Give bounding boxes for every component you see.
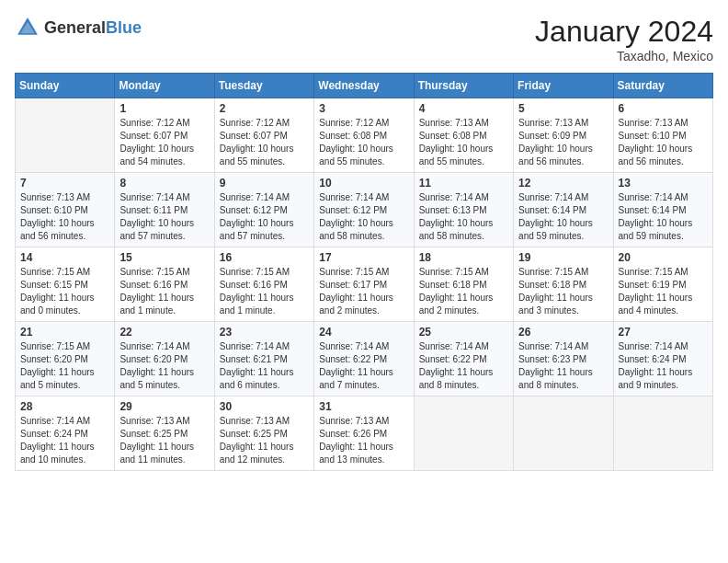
day-number: 4 xyxy=(419,102,508,115)
logo-icon xyxy=(15,15,40,40)
day-info: Sunrise: 7:14 AM Sunset: 6:12 PM Dayligh… xyxy=(220,191,309,243)
calendar-cell: 9Sunrise: 7:14 AM Sunset: 6:12 PM Daylig… xyxy=(214,173,313,247)
calendar-cell: 15Sunrise: 7:15 AM Sunset: 6:16 PM Dayli… xyxy=(115,247,214,322)
day-number: 8 xyxy=(119,177,209,190)
day-number: 15 xyxy=(119,251,209,264)
day-info: Sunrise: 7:14 AM Sunset: 6:22 PM Dayligh… xyxy=(419,340,508,392)
day-info: Sunrise: 7:15 AM Sunset: 6:18 PM Dayligh… xyxy=(419,266,508,317)
calendar-cell: 8Sunrise: 7:14 AM Sunset: 6:11 PM Daylig… xyxy=(115,173,214,247)
calendar-cell: 5Sunrise: 7:13 AM Sunset: 6:09 PM Daylig… xyxy=(514,98,613,173)
day-number: 1 xyxy=(119,102,209,115)
day-info: Sunrise: 7:14 AM Sunset: 6:21 PM Dayligh… xyxy=(220,340,309,392)
calendar-cell: 22Sunrise: 7:14 AM Sunset: 6:20 PM Dayli… xyxy=(115,322,214,396)
day-info: Sunrise: 7:12 AM Sunset: 6:08 PM Dayligh… xyxy=(319,117,408,168)
calendar-table: SundayMondayTuesdayWednesdayThursdayFrid… xyxy=(15,73,713,471)
weekday-header-thursday: Thursday xyxy=(414,74,513,98)
day-number: 31 xyxy=(319,400,408,413)
calendar-cell xyxy=(613,396,712,471)
day-number: 3 xyxy=(319,102,408,115)
calendar-cell: 7Sunrise: 7:13 AM Sunset: 6:10 PM Daylig… xyxy=(16,173,115,247)
day-info: Sunrise: 7:15 AM Sunset: 6:19 PM Dayligh… xyxy=(619,266,708,317)
day-info: Sunrise: 7:12 AM Sunset: 6:07 PM Dayligh… xyxy=(220,117,309,168)
day-number: 6 xyxy=(619,102,708,115)
day-number: 29 xyxy=(119,400,209,413)
day-info: Sunrise: 7:15 AM Sunset: 6:20 PM Dayligh… xyxy=(20,340,109,392)
calendar-cell: 27Sunrise: 7:14 AM Sunset: 6:24 PM Dayli… xyxy=(613,322,712,396)
logo: GeneralBlue xyxy=(15,15,142,40)
day-info: Sunrise: 7:13 AM Sunset: 6:25 PM Dayligh… xyxy=(220,415,309,466)
day-number: 18 xyxy=(419,251,508,264)
calendar-week-row: 1Sunrise: 7:12 AM Sunset: 6:07 PM Daylig… xyxy=(16,98,713,173)
day-number: 14 xyxy=(20,251,109,264)
day-info: Sunrise: 7:14 AM Sunset: 6:24 PM Dayligh… xyxy=(20,415,109,466)
day-info: Sunrise: 7:12 AM Sunset: 6:07 PM Dayligh… xyxy=(119,117,209,168)
calendar-cell: 23Sunrise: 7:14 AM Sunset: 6:21 PM Dayli… xyxy=(214,322,313,396)
day-info: Sunrise: 7:14 AM Sunset: 6:24 PM Dayligh… xyxy=(619,340,708,392)
title-block: January 2024 Taxadho, Mexico xyxy=(535,15,713,63)
day-number: 16 xyxy=(220,251,309,264)
day-number: 11 xyxy=(419,177,508,190)
calendar-cell: 11Sunrise: 7:14 AM Sunset: 6:13 PM Dayli… xyxy=(414,173,513,247)
day-info: Sunrise: 7:13 AM Sunset: 6:10 PM Dayligh… xyxy=(619,117,708,168)
day-info: Sunrise: 7:14 AM Sunset: 6:12 PM Dayligh… xyxy=(319,191,408,243)
calendar-cell: 1Sunrise: 7:12 AM Sunset: 6:07 PM Daylig… xyxy=(115,98,214,173)
calendar-cell: 29Sunrise: 7:13 AM Sunset: 6:25 PM Dayli… xyxy=(115,396,214,471)
calendar-cell: 26Sunrise: 7:14 AM Sunset: 6:23 PM Dayli… xyxy=(514,322,613,396)
day-number: 21 xyxy=(20,326,109,339)
calendar-cell: 16Sunrise: 7:15 AM Sunset: 6:16 PM Dayli… xyxy=(214,247,313,322)
calendar-cell: 20Sunrise: 7:15 AM Sunset: 6:19 PM Dayli… xyxy=(613,247,712,322)
calendar-cell: 25Sunrise: 7:14 AM Sunset: 6:22 PM Dayli… xyxy=(414,322,513,396)
day-number: 17 xyxy=(319,251,408,264)
day-number: 22 xyxy=(119,326,209,339)
weekday-header-tuesday: Tuesday xyxy=(214,74,313,98)
day-number: 19 xyxy=(518,251,608,264)
day-number: 27 xyxy=(619,326,708,339)
weekday-header-sunday: Sunday xyxy=(16,74,115,98)
calendar-cell: 2Sunrise: 7:12 AM Sunset: 6:07 PM Daylig… xyxy=(214,98,313,173)
page-header: GeneralBlue January 2024 Taxadho, Mexico xyxy=(15,15,713,63)
calendar-cell: 18Sunrise: 7:15 AM Sunset: 6:18 PM Dayli… xyxy=(414,247,513,322)
calendar-cell: 14Sunrise: 7:15 AM Sunset: 6:15 PM Dayli… xyxy=(16,247,115,322)
weekday-header-saturday: Saturday xyxy=(613,74,712,98)
calendar-week-row: 7Sunrise: 7:13 AM Sunset: 6:10 PM Daylig… xyxy=(16,173,713,247)
day-number: 24 xyxy=(319,326,408,339)
logo-text: GeneralBlue xyxy=(44,18,142,38)
calendar-cell: 3Sunrise: 7:12 AM Sunset: 6:08 PM Daylig… xyxy=(314,98,414,173)
day-info: Sunrise: 7:13 AM Sunset: 6:08 PM Dayligh… xyxy=(419,117,508,168)
calendar-cell: 24Sunrise: 7:14 AM Sunset: 6:22 PM Dayli… xyxy=(314,322,414,396)
day-number: 28 xyxy=(20,400,109,413)
calendar-cell: 10Sunrise: 7:14 AM Sunset: 6:12 PM Dayli… xyxy=(314,173,414,247)
calendar-cell: 28Sunrise: 7:14 AM Sunset: 6:24 PM Dayli… xyxy=(16,396,115,471)
day-info: Sunrise: 7:15 AM Sunset: 6:16 PM Dayligh… xyxy=(119,266,209,317)
day-info: Sunrise: 7:14 AM Sunset: 6:22 PM Dayligh… xyxy=(319,340,408,392)
location: Taxadho, Mexico xyxy=(535,49,713,63)
day-info: Sunrise: 7:14 AM Sunset: 6:11 PM Dayligh… xyxy=(119,191,209,243)
day-number: 25 xyxy=(419,326,508,339)
day-info: Sunrise: 7:14 AM Sunset: 6:20 PM Dayligh… xyxy=(119,340,209,392)
calendar-cell xyxy=(414,396,513,471)
calendar-week-row: 21Sunrise: 7:15 AM Sunset: 6:20 PM Dayli… xyxy=(16,322,713,396)
day-info: Sunrise: 7:14 AM Sunset: 6:13 PM Dayligh… xyxy=(419,191,508,243)
weekday-header-monday: Monday xyxy=(115,74,214,98)
day-number: 30 xyxy=(220,400,309,413)
weekday-header-wednesday: Wednesday xyxy=(314,74,414,98)
calendar-cell: 4Sunrise: 7:13 AM Sunset: 6:08 PM Daylig… xyxy=(414,98,513,173)
day-info: Sunrise: 7:13 AM Sunset: 6:25 PM Dayligh… xyxy=(119,415,209,466)
calendar-cell: 13Sunrise: 7:14 AM Sunset: 6:14 PM Dayli… xyxy=(613,173,712,247)
day-info: Sunrise: 7:13 AM Sunset: 6:26 PM Dayligh… xyxy=(319,415,408,466)
calendar-week-row: 28Sunrise: 7:14 AM Sunset: 6:24 PM Dayli… xyxy=(16,396,713,471)
weekday-header-friday: Friday xyxy=(514,74,613,98)
day-number: 9 xyxy=(220,177,309,190)
calendar-cell: 21Sunrise: 7:15 AM Sunset: 6:20 PM Dayli… xyxy=(16,322,115,396)
day-number: 26 xyxy=(518,326,608,339)
day-info: Sunrise: 7:15 AM Sunset: 6:18 PM Dayligh… xyxy=(518,266,608,317)
day-number: 13 xyxy=(619,177,708,190)
calendar-cell: 30Sunrise: 7:13 AM Sunset: 6:25 PM Dayli… xyxy=(214,396,313,471)
day-info: Sunrise: 7:15 AM Sunset: 6:15 PM Dayligh… xyxy=(20,266,109,317)
day-number: 10 xyxy=(319,177,408,190)
day-number: 2 xyxy=(220,102,309,115)
day-info: Sunrise: 7:13 AM Sunset: 6:10 PM Dayligh… xyxy=(20,191,109,243)
calendar-cell xyxy=(16,98,115,173)
calendar-cell: 12Sunrise: 7:14 AM Sunset: 6:14 PM Dayli… xyxy=(514,173,613,247)
day-number: 5 xyxy=(518,102,608,115)
